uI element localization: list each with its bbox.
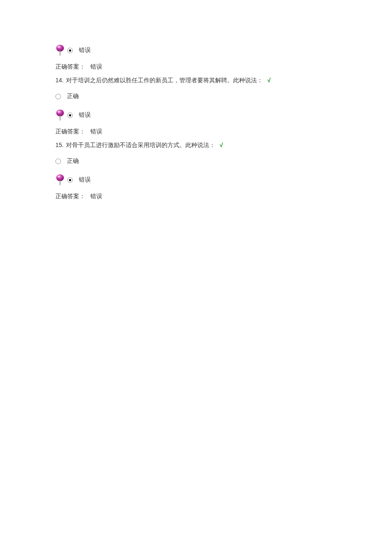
q15-text: 对骨干员工进行激励不适合采用培训的方式。此种说法： <box>66 142 215 149</box>
q15-option-true-row: 正确 <box>55 153 337 169</box>
svg-point-8 <box>59 185 61 185</box>
svg-point-3 <box>56 110 64 116</box>
q14-radio-true[interactable] <box>55 94 61 99</box>
q15-radio-true[interactable] <box>55 159 61 164</box>
svg-point-4 <box>58 111 60 113</box>
q13-answer-prefix: 正确答案： <box>55 63 85 70</box>
q14-radio-false[interactable] <box>67 113 73 118</box>
q14-option-false-label: 错误 <box>79 111 91 119</box>
pin-icon <box>55 110 66 120</box>
check-icon: √ <box>219 142 223 148</box>
q14-text: 对于培训之后仍然难以胜任工作的新员工，管理者要将其解聘。此种说法： <box>66 77 263 84</box>
q13-answer-line: 正确答案： 错误 <box>55 63 337 71</box>
svg-point-1 <box>58 46 60 48</box>
q15-option-false-label: 错误 <box>79 176 91 184</box>
q15-answer-line: 正确答案： 错误 <box>55 193 337 200</box>
q13-option-false-row: 错误 <box>55 43 337 58</box>
svg-point-6 <box>56 174 64 181</box>
check-icon: √ <box>267 77 271 84</box>
q15-option-true-label: 正确 <box>67 157 79 165</box>
q15-question: 15. 对骨干员工进行激励不适合采用培训的方式。此种说法： √ <box>55 142 337 149</box>
svg-point-2 <box>59 55 61 56</box>
svg-point-7 <box>58 176 60 177</box>
q13-option-false-label: 错误 <box>79 46 91 54</box>
q14-answer-value: 错误 <box>90 128 102 135</box>
q13-radio-false[interactable] <box>67 48 73 53</box>
q15-answer-value: 错误 <box>90 193 102 199</box>
q14-option-false-row: 错误 <box>55 107 337 123</box>
q14-number: 14. <box>55 77 63 84</box>
q14-answer-line: 正确答案： 错误 <box>55 128 337 136</box>
q15-number: 15. <box>55 142 63 148</box>
q13-answer-value: 错误 <box>90 63 102 70</box>
q14-question: 14. 对于培训之后仍然难以胜任工作的新员工，管理者要将其解聘。此种说法： √ <box>55 77 337 84</box>
svg-point-5 <box>59 120 61 121</box>
q15-answer-prefix: 正确答案： <box>55 193 85 199</box>
svg-point-0 <box>56 45 64 52</box>
q14-option-true-row: 正确 <box>55 89 337 104</box>
q14-option-true-label: 正确 <box>67 92 79 100</box>
pin-icon <box>55 175 66 185</box>
q15-option-false-row: 错误 <box>55 172 337 188</box>
pin-icon <box>55 45 66 55</box>
q14-answer-prefix: 正确答案： <box>55 128 85 135</box>
q15-radio-false[interactable] <box>67 177 73 183</box>
